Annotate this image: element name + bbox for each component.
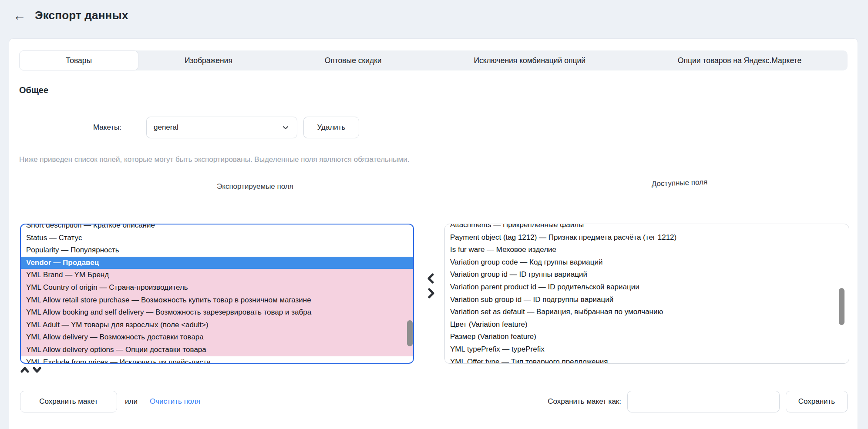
tab-products[interactable]: Товары bbox=[19, 50, 138, 70]
move-up-icon[interactable] bbox=[20, 366, 30, 373]
available-fields-listbox[interactable]: Attachments — Прикрепленные файлы Paymen… bbox=[444, 224, 849, 364]
list-item[interactable]: YML Allow delivery options — Опции доста… bbox=[21, 344, 413, 356]
list-item[interactable]: YML Allow retail store purchase — Возмож… bbox=[21, 294, 413, 307]
page-title: Экспорт данных bbox=[35, 9, 128, 22]
reorder-arrows bbox=[20, 366, 42, 373]
list-item[interactable]: Variation group id — ID группы вариаций bbox=[445, 268, 849, 281]
footer-left: Сохранить макет или Очистить поля bbox=[20, 391, 200, 412]
list-item[interactable]: YML Brand — YM Бренд bbox=[21, 269, 413, 282]
page-header: ← Экспорт данных bbox=[13, 9, 128, 22]
list-item[interactable]: Status — Статус bbox=[21, 232, 413, 245]
chevron-down-icon bbox=[281, 123, 290, 132]
general-section-heading: Общее bbox=[19, 85, 48, 95]
fields-note: Ниже приведен список полей, которые могу… bbox=[19, 155, 409, 164]
exported-list-scrollbar-thumb[interactable] bbox=[407, 320, 413, 346]
list-item[interactable]: Popularity — Популярность bbox=[21, 244, 413, 257]
available-list-scrollbar-thumb[interactable] bbox=[839, 288, 844, 325]
list-item[interactable]: YML Offer type — Тип товарного предложен… bbox=[445, 356, 849, 364]
list-item[interactable]: Variation sub group id — ID подгруппы ва… bbox=[445, 294, 849, 306]
tab-option-combination-exclusions[interactable]: Исключения комбинаций опций bbox=[428, 50, 632, 70]
clear-fields-link[interactable]: Очистить поля bbox=[150, 397, 200, 406]
tab-yandex-market-options[interactable]: Опции товаров на Яндекс.Маркете bbox=[632, 50, 848, 70]
footer-right: Сохранить макет как: Сохранить bbox=[548, 391, 848, 412]
available-fields-rows: Attachments — Прикрепленные файлы Paymen… bbox=[445, 224, 849, 364]
list-item[interactable]: Размер (Variation feature) bbox=[445, 331, 849, 343]
available-fields-header: Доступные поля bbox=[592, 176, 767, 191]
layouts-label: Макеты: bbox=[93, 117, 121, 138]
save-as-label: Сохранить макет как: bbox=[548, 397, 621, 406]
list-item[interactable]: YML Allow booking and self delivery — Во… bbox=[21, 306, 413, 319]
transfer-arrows bbox=[426, 273, 436, 299]
layouts-select[interactable]: general bbox=[146, 117, 297, 138]
delete-layout-button[interactable]: Удалить bbox=[303, 117, 359, 138]
tab-wholesale-discounts[interactable]: Оптовые скидки bbox=[279, 50, 428, 70]
list-item[interactable]: Payment object (tag 1212) — Признак пред… bbox=[445, 231, 849, 244]
list-item[interactable]: YML Exclude from prices — Исключить из п… bbox=[21, 356, 413, 364]
save-button[interactable]: Сохранить bbox=[786, 391, 848, 412]
list-item[interactable]: Variation group code — Код группы вариац… bbox=[445, 256, 849, 269]
list-item[interactable]: Цвет (Variation feature) bbox=[445, 318, 849, 331]
tab-strip: Товары Изображения Оптовые скидки Исключ… bbox=[19, 50, 848, 70]
list-item[interactable]: YML Country of origin — Страна-производи… bbox=[21, 282, 413, 294]
layouts-select-value: general bbox=[154, 123, 178, 132]
move-down-icon[interactable] bbox=[32, 366, 42, 373]
or-text: или bbox=[125, 397, 138, 406]
list-item[interactable]: YML Adult — YM товары для взрослых (поле… bbox=[21, 319, 413, 332]
export-data-page: ← Экспорт данных Товары Изображения Опто… bbox=[0, 0, 868, 429]
back-arrow-icon[interactable]: ← bbox=[13, 9, 26, 22]
save-layout-button[interactable]: Сохранить макет bbox=[20, 391, 117, 412]
list-item[interactable]: Short description — Краткое описание bbox=[21, 224, 413, 232]
exported-fields-listbox[interactable]: Short description — Краткое описание Sta… bbox=[20, 224, 414, 364]
move-left-icon[interactable] bbox=[426, 273, 436, 284]
list-item[interactable]: Vendor — Продавец bbox=[21, 257, 413, 269]
list-item[interactable]: YML Allow delivery — Возможность доставк… bbox=[21, 331, 413, 344]
list-item[interactable]: Variation parent product id — ID родител… bbox=[445, 281, 849, 294]
save-as-input[interactable] bbox=[627, 391, 780, 412]
layouts-row: Макеты: general Удалить bbox=[9, 117, 858, 138]
move-right-icon[interactable] bbox=[426, 288, 436, 299]
tab-images[interactable]: Изображения bbox=[138, 50, 279, 70]
list-item[interactable]: YML typePrefix — typePrefix bbox=[445, 343, 849, 356]
list-item[interactable]: Variation set as default — Вариация, выб… bbox=[445, 306, 849, 318]
list-item[interactable]: Attachments — Прикрепленные файлы bbox=[445, 224, 849, 231]
list-item[interactable]: Is fur ware — Меховое изделие bbox=[445, 244, 849, 256]
exported-fields-header: Экспортируемые поля bbox=[159, 182, 351, 191]
export-card: Товары Изображения Оптовые скидки Исключ… bbox=[9, 38, 858, 429]
exported-fields-rows: Short description — Краткое описание Sta… bbox=[21, 224, 413, 364]
